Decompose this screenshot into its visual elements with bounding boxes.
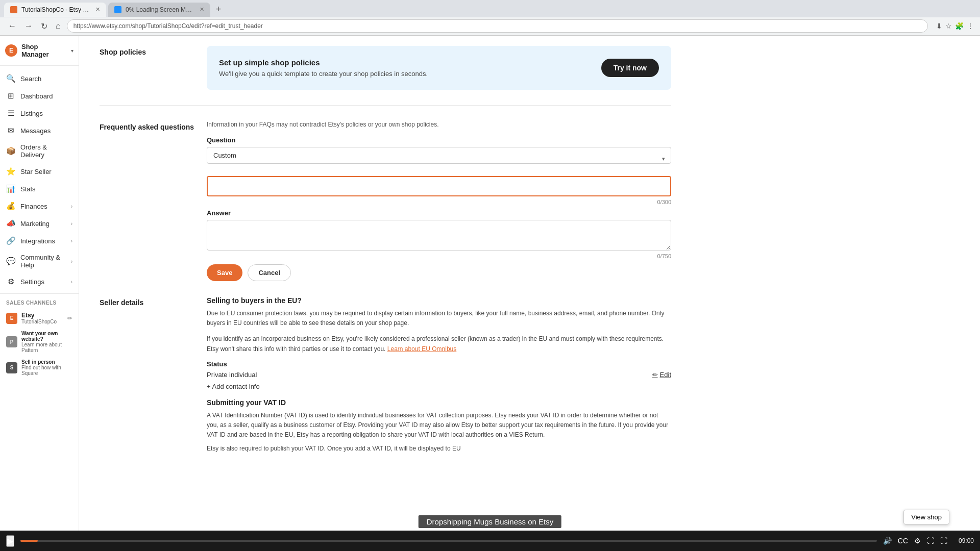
sidebar-header[interactable]: E Shop Manager ▾ [0, 36, 79, 66]
sidebar-item-marketing[interactable]: 📣 Marketing › [0, 215, 79, 232]
shop-policies-label-text: Shop policies [100, 48, 146, 56]
sidebar-item-community[interactable]: 💬 Community & Help › [0, 249, 79, 273]
sidebar-chevron: ▾ [71, 48, 74, 54]
play-button[interactable]: ▶ [6, 535, 14, 547]
bottom-bar: ▶ 🔊 CC ⚙ ⛶ ⛶ 09:00 [0, 531, 980, 551]
eu-para2: If you identify as an incorporated busin… [207, 334, 671, 354]
extensions-icon[interactable]: 🧩 [955, 22, 964, 30]
pencil-icon: ✏ [652, 371, 658, 379]
tab-bar: TutorialShopCo - Etsy UK ✕ 0% Loading Sc… [0, 0, 980, 17]
settings-video-icon[interactable]: ⚙ [914, 537, 921, 545]
add-contact-button[interactable]: + Add contact info [207, 383, 671, 390]
tab-1-close[interactable]: ✕ [95, 6, 100, 13]
eu-para1: Due to EU consumer protection laws, you … [207, 309, 671, 328]
integrations-icon: 🔗 [6, 236, 15, 245]
faq-info-text: Information in your FAQs may not contrad… [207, 121, 671, 128]
fullscreen-icon[interactable]: ⛶ [940, 537, 947, 545]
square-channel-name: Sell in person [21, 359, 72, 365]
sidebar-item-messages-label: Messages [20, 127, 51, 135]
eu-omnibus-link[interactable]: Learn about EU Omnibus [387, 345, 456, 353]
etsy-channel-icon: E [6, 313, 17, 324]
square-channel-sub: Find out how with Square [21, 365, 72, 376]
tab-1[interactable]: TutorialShopCo - Etsy UK ✕ [4, 3, 106, 17]
square-channel-info: Sell in person Find out how with Square [21, 359, 72, 376]
faq-answer-textarea[interactable] [207, 220, 671, 251]
tab-2[interactable]: 0% Loading Screen Mug - Edit... ✕ [108, 3, 210, 17]
try-it-now-button[interactable]: Try it now [601, 59, 659, 77]
sidebar-item-star-seller[interactable]: ⭐ Star Seller [0, 163, 79, 180]
finances-icon: 💰 [6, 202, 15, 211]
sidebar-item-community-label: Community & Help [20, 254, 66, 269]
sidebar-item-marketing-label: Marketing [20, 220, 50, 228]
nav-icons: ⬇ ☆ 🧩 ⋮ [936, 22, 974, 30]
status-edit-button[interactable]: ✏ Edit [652, 371, 671, 379]
faq-custom-question-input[interactable] [207, 176, 671, 196]
sidebar-logo: E [5, 44, 17, 57]
sidebar-item-settings[interactable]: ⚙ Settings › [0, 273, 79, 290]
home-button[interactable]: ⌂ [54, 20, 63, 32]
sidebar-item-orders[interactable]: 📦 Orders & Delivery [0, 139, 79, 163]
video-caption: Dropshipping Mugs Business on Etsy [419, 515, 561, 528]
pattern-channel-icon: P [6, 336, 17, 347]
forward-button[interactable]: → [22, 20, 35, 32]
etsy-channel-edit[interactable]: ✏ [67, 315, 72, 322]
faq-actions: Save Cancel [207, 264, 671, 281]
progress-bar-fill [20, 540, 38, 542]
marketing-arrow: › [71, 221, 72, 227]
sidebar-item-stats-label: Stats [20, 185, 36, 193]
marketing-icon: 📣 [6, 219, 15, 228]
address-text: https://www.etsy.com/shop/TutorialShopCo… [74, 22, 921, 30]
faq-section: Frequently asked questions Information i… [100, 121, 671, 281]
sidebar-item-search[interactable]: 🔍 Search [0, 70, 79, 87]
stats-icon: 📊 [6, 184, 15, 193]
community-arrow: › [71, 259, 72, 264]
sidebar-item-integrations-label: Integrations [20, 237, 55, 245]
bottom-icons: CC ⚙ ⛶ ⛶ [898, 537, 947, 545]
policies-box: Set up simple shop policies We'll give y… [207, 46, 671, 90]
faq-cancel-button[interactable]: Cancel [248, 264, 291, 281]
progress-bar[interactable] [20, 540, 877, 542]
tab-2-close[interactable]: ✕ [200, 6, 204, 13]
sidebar-item-star-seller-label: Star Seller [20, 168, 52, 176]
sidebar-channel-etsy[interactable]: E Etsy TutorialShopCo ✏ [0, 309, 79, 328]
vat-para1: A VAT Identification Number (VAT ID) is … [207, 411, 671, 440]
sidebar-channel-pattern[interactable]: P Want your own website? Learn more abou… [0, 328, 79, 356]
square-channel-icon: S [6, 362, 17, 373]
cc-icon[interactable]: CC [898, 537, 908, 545]
seller-label: Seller details [100, 296, 207, 458]
status-section: Status Private individual ✏ Edit [207, 360, 671, 379]
status-body: Private individual ✏ Edit [207, 371, 671, 379]
menu-icon[interactable]: ⋮ [967, 22, 974, 30]
faq-question-select[interactable]: Custom [207, 147, 671, 164]
view-shop-button[interactable]: View shop [903, 510, 949, 524]
seller-details-section: Seller details Selling to buyers in the … [100, 296, 671, 458]
sidebar-item-integrations[interactable]: 🔗 Integrations › [0, 232, 79, 249]
sidebar-item-dashboard[interactable]: ⊞ Dashboard [0, 87, 79, 105]
shop-policies-label: Shop policies [100, 46, 207, 90]
sidebar-item-finances[interactable]: 💰 Finances › [0, 197, 79, 215]
settings-icon: ⚙ [6, 277, 15, 286]
video-time: 09:00 [953, 537, 974, 544]
tab-1-favicon [10, 6, 17, 13]
policies-title: Set up simple shop policies [219, 58, 428, 67]
tab-2-favicon [114, 6, 121, 13]
orders-icon: 📦 [6, 146, 15, 156]
volume-icon[interactable]: 🔊 [883, 537, 892, 545]
reload-button[interactable]: ↻ [39, 20, 50, 32]
sidebar-channel-square[interactable]: S Sell in person Find out how with Squar… [0, 356, 79, 379]
sidebar-item-listings[interactable]: ☰ Listings [0, 105, 79, 122]
back-button[interactable]: ← [6, 20, 18, 32]
sidebar-nav: 🔍 Search ⊞ Dashboard ☰ Listings ✉ Messag… [0, 66, 79, 551]
new-tab-button[interactable]: + [212, 4, 225, 16]
sidebar-item-stats[interactable]: 📊 Stats [0, 180, 79, 197]
sidebar-divider [0, 293, 79, 294]
downloads-icon[interactable]: ⬇ [936, 22, 942, 30]
address-bar[interactable]: https://www.etsy.com/shop/TutorialShopCo… [67, 19, 928, 33]
theater-icon[interactable]: ⛶ [927, 537, 934, 545]
add-contact-label: + Add contact info [207, 383, 260, 390]
faq-save-button[interactable]: Save [207, 264, 242, 281]
settings-arrow: › [71, 279, 72, 285]
vat-title: Submitting your VAT ID [207, 398, 671, 407]
bookmark-icon[interactable]: ☆ [945, 22, 952, 30]
sidebar-item-messages[interactable]: ✉ Messages [0, 122, 79, 139]
